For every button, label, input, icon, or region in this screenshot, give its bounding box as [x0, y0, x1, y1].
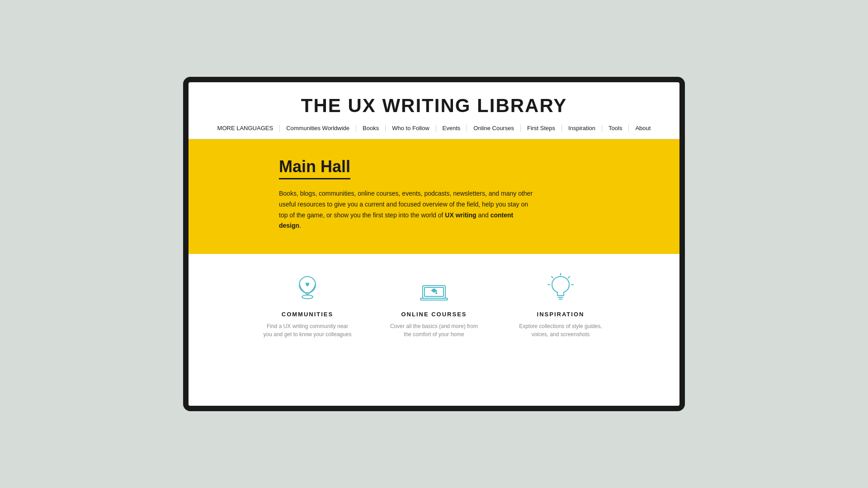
lightbulb-icon [545, 272, 576, 304]
feature-communities-title: COMMUNITIES [282, 311, 333, 318]
feature-inspiration-title: INSPIRATION [537, 311, 585, 318]
feature-communities-description: Find a UX writing community near you and… [262, 322, 353, 338]
header: THE UX WRITING LIBRARY MORE LANGUAGES Co… [189, 82, 679, 139]
feature-inspiration-description: Explore collections of style guides, voi… [515, 322, 606, 338]
hero-period: . [299, 222, 301, 229]
nav-online-courses[interactable]: Online Courses [467, 125, 521, 131]
main-nav: MORE LANGUAGES Communities Worldwide Boo… [198, 125, 670, 131]
svg-point-1 [302, 295, 313, 299]
hero-title: Main Hall [279, 157, 350, 179]
svg-point-7 [435, 292, 437, 294]
graduation-laptop-icon [418, 272, 450, 304]
svg-line-12 [568, 277, 570, 278]
monitor-screen: THE UX WRITING LIBRARY MORE LANGUAGES Co… [189, 82, 679, 406]
nav-tools[interactable]: Tools [602, 125, 629, 131]
nav-first-steps[interactable]: First Steps [521, 125, 562, 131]
nav-communities-worldwide[interactable]: Communities Worldwide [280, 125, 356, 131]
feature-communities: COMMUNITIES Find a UX writing community … [262, 272, 353, 338]
site-title: THE UX WRITING LIBRARY [198, 95, 670, 117]
feature-inspiration: INSPIRATION Explore collections of style… [515, 272, 606, 338]
monitor-frame: THE UX WRITING LIBRARY MORE LANGUAGES Co… [183, 77, 685, 411]
nav-events[interactable]: Events [436, 125, 467, 131]
location-heart-icon [292, 272, 323, 304]
feature-online-courses-description: Cover all the basics (and more) from the… [389, 322, 479, 338]
feature-online-courses-title: ONLINE COURSES [401, 311, 467, 318]
hero-highlight-ux-writing: UX writing [445, 211, 476, 219]
hero-description: Books, blogs, communities, online course… [279, 188, 537, 231]
hero-banner: Main Hall Books, blogs, communities, onl… [189, 139, 679, 254]
svg-rect-4 [420, 298, 448, 300]
nav-who-to-follow[interactable]: Who to Follow [386, 125, 436, 131]
nav-about[interactable]: About [629, 125, 657, 131]
nav-inspiration[interactable]: Inspiration [562, 125, 602, 131]
nav-more-languages[interactable]: MORE LANGUAGES [211, 125, 280, 131]
features-section: COMMUNITIES Find a UX writing community … [189, 254, 679, 406]
hero-conjunction: and [478, 211, 490, 219]
nav-books[interactable]: Books [356, 125, 386, 131]
svg-line-14 [552, 277, 553, 278]
feature-online-courses: ONLINE COURSES Cover all the basics (and… [389, 272, 479, 338]
